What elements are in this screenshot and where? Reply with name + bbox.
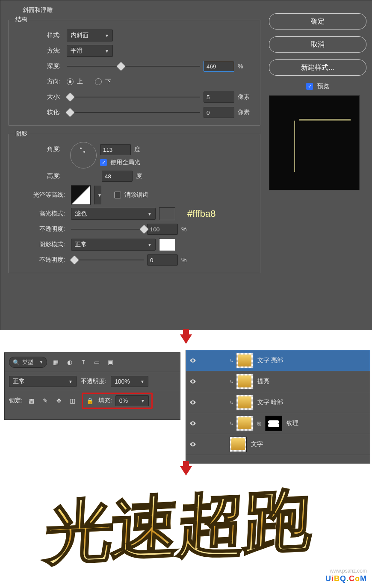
preview-checkbox[interactable] <box>306 83 313 90</box>
size-slider[interactable] <box>67 94 200 100</box>
structure-group: 结构 样式: 内斜面 ▼ 方法: 平滑 ▼ 深度: <box>8 16 260 126</box>
global-light-label: 使用全局光 <box>110 159 140 166</box>
layers-panel-options: 🔍 类型 ▼ ▦ ◐ T ▭ ▣ 正常▼ 不透明度: 100%▼ 锁定: ▩ ✎… <box>4 352 180 420</box>
layer-thumbnail[interactable] <box>236 395 253 410</box>
style-select-value: 内斜面 <box>71 32 89 39</box>
shading-legend: 阴影 <box>14 130 29 138</box>
lock-label: 锁定: <box>9 397 23 405</box>
direction-down-label: 下 <box>105 78 111 86</box>
lock-position-icon[interactable]: ✥ <box>54 396 64 405</box>
method-select[interactable]: 平滑 ▼ <box>67 45 113 57</box>
soften-slider[interactable] <box>67 109 200 116</box>
arrow-down-icon <box>180 466 192 476</box>
highlight-mode-select[interactable]: 滤色 ▼ <box>71 208 156 220</box>
shadow-opacity-input[interactable] <box>147 254 178 266</box>
highlight-opacity-unit: % <box>181 226 198 233</box>
depth-input[interactable] <box>204 61 234 72</box>
bevel-section-title: 斜面和浮雕 <box>23 6 260 14</box>
depth-unit: % <box>238 63 255 70</box>
layer-row[interactable]: ↳文字 亮部 <box>186 350 370 371</box>
size-input[interactable] <box>204 92 234 103</box>
layer-row[interactable]: 文字 <box>186 434 370 455</box>
altitude-input[interactable] <box>102 171 133 182</box>
shadow-mode-value: 正常 <box>75 241 87 248</box>
chevron-down-icon: ▼ <box>105 49 109 53</box>
watermark-logo: UiBQ.CoM <box>325 574 367 583</box>
layer-row[interactable]: ↳文字 暗部 <box>186 392 370 413</box>
filter-type-icon[interactable]: T <box>79 358 88 367</box>
lock-image-icon[interactable]: ✎ <box>41 396 50 405</box>
shadow-color-swatch[interactable] <box>159 238 175 251</box>
angle-dial[interactable] <box>70 142 97 168</box>
layer-kind-filter[interactable]: 🔍 类型 ▼ <box>9 357 47 368</box>
lock-artboard-icon[interactable]: ◫ <box>68 396 77 405</box>
search-icon: 🔍 <box>13 359 20 366</box>
size-unit: 像素 <box>238 93 255 101</box>
new-style-button[interactable]: 新建样式... <box>269 59 366 76</box>
clip-indicator-icon: ↳ <box>230 421 233 426</box>
style-select[interactable]: 内斜面 ▼ <box>67 30 113 41</box>
global-light-checkbox[interactable] <box>100 159 107 166</box>
highlight-mode-value: 滤色 <box>75 210 87 218</box>
filter-shape-icon[interactable]: ▭ <box>92 358 102 367</box>
shadow-mode-select[interactable]: 正常 ▼ <box>71 239 156 251</box>
altitude-unit: 度 <box>136 172 153 180</box>
highlight-opacity-input[interactable] <box>147 224 178 235</box>
depth-slider[interactable] <box>67 63 200 70</box>
soften-input[interactable] <box>204 107 234 118</box>
opacity-select[interactable]: 100%▼ <box>111 376 148 387</box>
antialias-label: 消除锯齿 <box>124 191 148 199</box>
antialias-checkbox[interactable] <box>114 192 121 198</box>
filter-pixel-icon[interactable]: ▦ <box>51 358 61 367</box>
soften-unit: 像素 <box>238 109 255 116</box>
visibility-toggle[interactable] <box>186 378 200 385</box>
angle-input[interactable] <box>100 144 131 155</box>
lock-all-icon[interactable]: 🔒 <box>86 396 95 405</box>
layer-thumbnail[interactable] <box>236 374 253 389</box>
opacity-label: 不透明度: <box>81 378 106 385</box>
depth-label: 深度: <box>14 62 63 70</box>
layer-row[interactable]: ↳提亮 <box>186 371 370 392</box>
shading-group: 阴影 角度: 度 <box>8 130 260 273</box>
filter-smart-icon[interactable]: ▣ <box>106 358 115 367</box>
highlight-color-swatch[interactable] <box>159 207 175 220</box>
direction-down-radio[interactable] <box>95 78 102 85</box>
filter-adjust-icon[interactable]: ◐ <box>65 358 74 367</box>
highlight-hex-annotation: #fffba8 <box>187 208 216 219</box>
altitude-label: 高度: <box>14 172 63 180</box>
clip-indicator-icon: ↳ <box>230 400 233 405</box>
shadow-opacity-slider[interactable] <box>71 257 144 263</box>
gloss-contour-dropdown[interactable]: ▼ <box>94 186 101 204</box>
visibility-toggle[interactable] <box>186 357 200 364</box>
shadow-opacity-unit: % <box>181 257 198 263</box>
preview-box <box>269 95 360 190</box>
visibility-toggle[interactable] <box>186 420 200 427</box>
cancel-button[interactable]: 取消 <box>269 36 366 53</box>
fill-highlight: 🔒 填充: 0%▼ <box>82 393 153 409</box>
fill-label: 填充: <box>98 397 112 405</box>
layer-mask-thumbnail[interactable] <box>265 416 282 431</box>
direction-up-radio[interactable] <box>67 78 74 85</box>
chevron-down-icon: ▼ <box>105 33 109 38</box>
layer-thumbnail[interactable] <box>236 353 253 368</box>
visibility-toggle[interactable] <box>186 441 200 448</box>
ok-button[interactable]: 确定 <box>269 13 366 30</box>
gloss-contour-picker[interactable] <box>71 185 91 205</box>
result-image: 光速超跑 www.psahz.com UiBQ.CoM <box>0 479 372 586</box>
visibility-toggle[interactable] <box>186 399 200 406</box>
clip-indicator-icon: ↳ <box>230 358 233 363</box>
lock-transparency-icon[interactable]: ▩ <box>27 396 36 405</box>
layer-row[interactable]: ↳⎘纹理 <box>186 413 370 434</box>
layer-style-dialog: 斜面和浮雕 结构 样式: 内斜面 ▼ 方法: 平滑 ▼ <box>0 0 372 330</box>
method-label: 方法: <box>14 47 63 55</box>
layer-name: 文字 暗部 <box>257 399 283 406</box>
gloss-label: 光泽等高线: <box>14 191 68 199</box>
fill-select[interactable]: 0%▼ <box>115 395 149 406</box>
dialog-side-panel: 确定 取消 新建样式... 预览 <box>269 13 366 190</box>
highlight-opacity-label: 不透明度: <box>14 225 68 233</box>
angle-unit: 度 <box>134 146 151 154</box>
layer-thumbnail[interactable] <box>230 437 247 452</box>
layer-thumbnail[interactable] <box>236 416 253 431</box>
highlight-opacity-slider[interactable] <box>71 226 144 233</box>
blend-mode-select[interactable]: 正常▼ <box>9 376 77 387</box>
